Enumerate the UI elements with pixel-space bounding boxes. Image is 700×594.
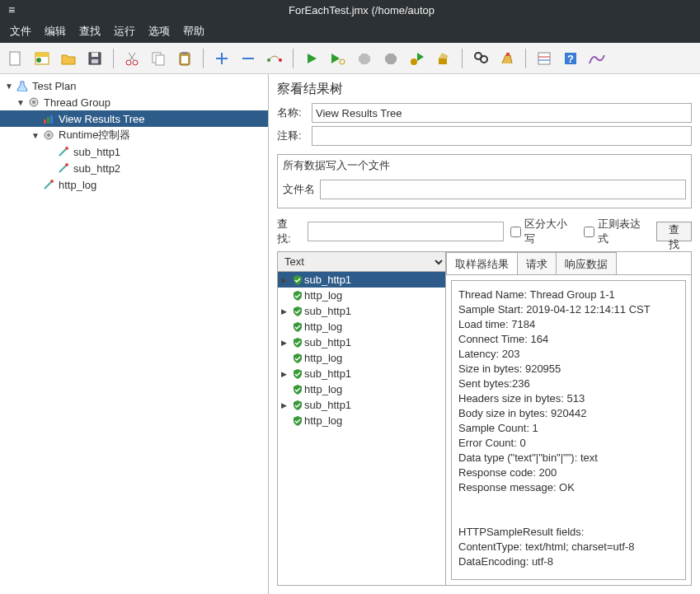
jmeter-logo-icon[interactable] (586, 48, 608, 69)
save-icon[interactable] (84, 48, 106, 69)
tree-node-runtime-controller[interactable]: ▼ Runtime控制器 (0, 127, 268, 143)
tab-response[interactable]: 响应数据 (556, 252, 617, 274)
result-row[interactable]: ▶sub_http1 (278, 272, 445, 288)
result-row[interactable]: http_log (278, 381, 445, 397)
success-shield-icon (291, 400, 304, 411)
hamburger-icon[interactable]: ≡ (0, 3, 23, 16)
svg-marker-23 (331, 54, 340, 63)
svg-rect-13 (156, 55, 164, 65)
collapse-icon[interactable] (237, 48, 259, 69)
paste-icon[interactable] (174, 48, 195, 69)
name-input[interactable] (312, 103, 692, 123)
clear-icon[interactable] (433, 48, 454, 69)
sampler-detail-text[interactable]: Thread Name: Thread Group 1-1 Sample Sta… (451, 280, 686, 580)
help-icon[interactable]: ? (560, 48, 581, 69)
result-label: sub_http1 (304, 274, 351, 286)
result-row[interactable]: ▶sub_http1 (278, 303, 445, 319)
shutdown-icon[interactable] (380, 48, 402, 69)
success-shield-icon (291, 306, 304, 317)
gear-icon (26, 96, 41, 109)
result-row[interactable]: ▶sub_http1 (278, 334, 445, 350)
tab-sampler-result[interactable]: 取样器结果 (446, 252, 518, 274)
menu-edit[interactable]: 编辑 (40, 22, 71, 40)
svg-rect-40 (44, 119, 46, 124)
menu-bar: 文件 编辑 查找 运行 选项 帮助 (0, 20, 700, 43)
menu-help[interactable]: 帮助 (178, 22, 209, 40)
success-shield-icon (291, 415, 304, 427)
svg-marker-28 (417, 53, 424, 61)
clear-search-icon[interactable] (496, 48, 518, 69)
svg-point-39 (32, 101, 35, 104)
svg-marker-25 (359, 54, 370, 64)
result-row[interactable]: http_log (278, 319, 445, 334)
sampler-icon (41, 178, 56, 191)
filename-input[interactable] (320, 180, 686, 199)
tree-toggle-icon[interactable]: ▼ (3, 82, 15, 91)
open-icon[interactable] (58, 48, 79, 69)
svg-point-46 (65, 147, 68, 150)
tree-node-sub-http2[interactable]: sub_http2 (0, 160, 268, 176)
test-plan-tree[interactable]: ▼ Test Plan ▼ Thread Group View Results … (0, 74, 269, 594)
search-tb-icon[interactable] (470, 48, 491, 69)
tree-toggle-icon[interactable]: ▼ (30, 131, 41, 140)
stop-icon[interactable] (354, 48, 375, 69)
toggle-icon[interactable] (264, 48, 285, 69)
tab-request[interactable]: 请求 (517, 252, 557, 274)
success-shield-icon (291, 321, 304, 333)
cut-icon[interactable] (121, 48, 143, 69)
regex-checkbox[interactable]: 正则表达式 (584, 217, 650, 246)
svg-rect-16 (181, 56, 188, 63)
panel-title: 察看结果树 (277, 81, 692, 98)
render-mode-select[interactable]: Text (278, 252, 445, 272)
expand-icon[interactable]: ▶ (281, 370, 291, 378)
svg-point-20 (267, 58, 270, 62)
expand-icon[interactable]: ▶ (281, 276, 291, 284)
svg-point-8 (126, 60, 131, 65)
menu-options[interactable]: 选项 (143, 22, 175, 40)
start-no-pause-icon[interactable] (327, 48, 349, 69)
tree-node-test-plan[interactable]: ▼ Test Plan (0, 77, 268, 94)
remote-start-icon[interactable] (406, 48, 428, 69)
new-file-icon[interactable] (5, 48, 26, 69)
toolbar: ? (0, 43, 700, 74)
search-input[interactable] (308, 222, 505, 241)
svg-rect-41 (47, 117, 49, 124)
result-label: sub_http1 (304, 367, 351, 380)
expand-icon[interactable]: ▶ (281, 401, 291, 409)
sampler-icon (56, 161, 71, 175)
result-row[interactable]: http_log (278, 288, 445, 303)
start-icon[interactable] (301, 48, 322, 69)
function-helper-icon[interactable] (533, 48, 555, 69)
chart-icon (41, 112, 56, 125)
menu-run[interactable]: 运行 (109, 22, 140, 40)
tree-node-thread-group[interactable]: ▼ Thread Group (0, 94, 268, 110)
tree-node-sub-http1[interactable]: sub_http1 (0, 143, 268, 160)
expand-icon[interactable]: ▶ (281, 339, 291, 347)
svg-rect-3 (35, 53, 49, 57)
templates-icon[interactable] (31, 48, 53, 69)
note-input[interactable] (312, 126, 692, 146)
copy-icon[interactable] (148, 48, 169, 69)
case-sensitive-checkbox[interactable]: 区分大小写 (510, 217, 576, 246)
tree-node-view-results-tree[interactable]: View Results Tree (0, 110, 268, 127)
menu-file[interactable]: 文件 (5, 22, 36, 40)
result-tabs: 取样器结果 请求 响应数据 (446, 252, 691, 275)
tree-toggle-icon[interactable]: ▼ (15, 98, 26, 107)
expand-icon[interactable] (211, 48, 233, 69)
tree-label: sub_http2 (73, 162, 125, 175)
menu-search[interactable]: 查找 (74, 22, 106, 40)
tree-label: Thread Group (44, 96, 115, 109)
success-shield-icon (291, 290, 304, 302)
svg-point-48 (65, 163, 68, 166)
results-list[interactable]: ▶sub_http1http_log▶sub_http1http_log▶sub… (278, 272, 445, 585)
expand-icon[interactable]: ▶ (281, 307, 291, 316)
svg-point-31 (481, 56, 487, 63)
tree-node-http-log[interactable]: http_log (0, 176, 268, 193)
result-row[interactable]: http_log (278, 413, 445, 428)
result-row[interactable]: ▶sub_http1 (278, 397, 445, 413)
svg-point-44 (47, 133, 50, 137)
svg-marker-26 (385, 54, 397, 64)
search-button[interactable]: 查找 (656, 222, 692, 241)
result-row[interactable]: http_log (278, 350, 445, 366)
result-row[interactable]: ▶sub_http1 (278, 366, 445, 381)
